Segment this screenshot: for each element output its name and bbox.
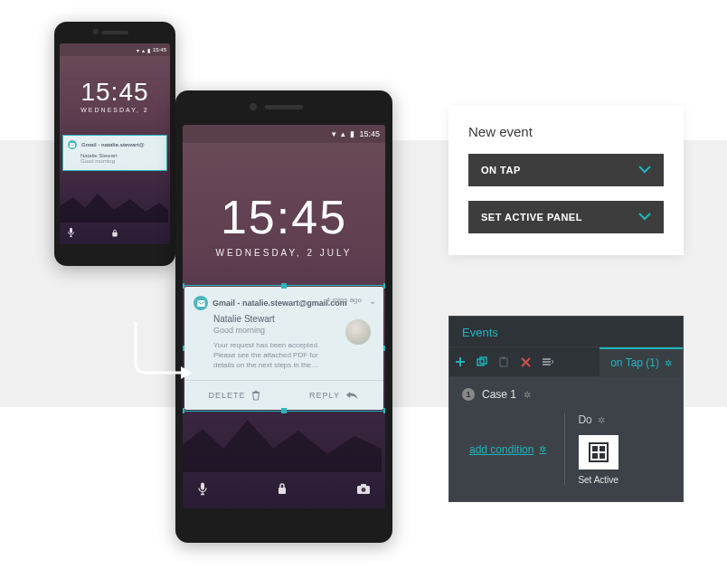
svg-rect-2 <box>112 232 117 237</box>
svg-rect-12 <box>502 357 505 360</box>
status-bar: ▾ ▴ ▮ 15:45 <box>60 43 170 56</box>
notification-card-collapsed[interactable]: Gmail - natalie.stewart@ Natalie Stewart… <box>62 135 167 171</box>
svg-rect-11 <box>500 358 507 366</box>
list-options-button[interactable] <box>536 348 558 375</box>
wifi-icon: ▴ <box>341 129 345 138</box>
trigger-label: ON TAP <box>481 165 521 175</box>
lock-icon[interactable] <box>111 225 118 242</box>
phone-speaker <box>265 105 303 109</box>
notification-actions: DELETE REPLY <box>184 380 383 410</box>
delete-button[interactable] <box>515 348 536 375</box>
events-toolbar: on Tap (1) ✲ <box>449 347 683 377</box>
gear-icon[interactable]: ✲ <box>665 358 672 368</box>
selection-handle[interactable] <box>281 408 287 413</box>
avatar <box>345 319 371 345</box>
phone-camera-dot <box>93 29 99 34</box>
delete-label: DELETE <box>208 391 245 400</box>
statusbar-time: 15:45 <box>359 129 380 138</box>
notification-time: 4 mins ago <box>326 296 362 304</box>
add-condition-link[interactable]: add condition ✲ <box>462 413 546 485</box>
delete-button[interactable]: DELETE <box>184 381 284 410</box>
lockscreen-clock: 15:45 <box>60 78 170 107</box>
mic-icon[interactable] <box>197 481 208 500</box>
chevron-down-icon[interactable]: ⌄ <box>369 296 376 306</box>
notification-card-expanded[interactable]: Gmail - natalie.stewart@gmail.com 4 mins… <box>184 287 383 410</box>
mountain-silhouette <box>60 186 168 223</box>
flow-arrow <box>127 318 199 391</box>
lockscreen-date: WEDNESDAY, 2 JULY <box>183 248 385 258</box>
phone-mockup-right: ▾ ▴ ▮ 15:45 15:45 WEDNESDAY, 2 JULY Gmai… <box>175 90 392 543</box>
notification-header: Gmail - natalie.stewart@ <box>68 140 162 149</box>
battery-icon: ▮ <box>350 129 354 138</box>
add-condition-label: add condition <box>469 443 533 456</box>
do-column: Do ✲ Set Active <box>564 413 618 485</box>
lockscreen-bottom-bar <box>60 223 170 244</box>
camera-icon[interactable] <box>356 482 371 498</box>
svg-point-8 <box>362 488 366 492</box>
gear-icon[interactable]: ✲ <box>524 390 531 400</box>
event-tab-label: on Tap (1) <box>610 356 659 369</box>
svg-rect-7 <box>361 484 366 487</box>
lockscreen-clock: 15:45 <box>183 190 385 244</box>
signal-icon: ▾ <box>137 47 139 53</box>
phone-screen: ▾ ▴ ▮ 15:45 15:45 WEDNESDAY, 2 JULY Gmai… <box>183 125 385 508</box>
signal-icon: ▾ <box>332 129 336 138</box>
reply-button[interactable]: REPLY <box>284 381 383 410</box>
statusbar-time: 15:45 <box>153 47 166 52</box>
case-label: Case 1 <box>482 388 516 401</box>
do-label: Do <box>578 413 591 426</box>
trash-icon <box>251 390 260 401</box>
panel-title: New event <box>468 124 664 139</box>
chevron-down-icon <box>638 212 651 223</box>
duplicate-button[interactable] <box>471 348 493 375</box>
case-index: 1 <box>462 388 475 401</box>
mail-icon <box>68 140 77 149</box>
action-tile[interactable] <box>579 435 618 469</box>
action-tile-label: Set Active <box>578 475 618 485</box>
case-row[interactable]: 1 Case 1 ✲ <box>462 388 670 401</box>
chevron-down-icon <box>638 165 651 175</box>
svg-rect-3 <box>197 300 204 307</box>
paste-button[interactable] <box>493 348 515 375</box>
svg-rect-5 <box>279 488 286 494</box>
events-header: Events <box>449 317 683 347</box>
svg-rect-1 <box>70 228 72 233</box>
phone-speaker <box>101 31 128 34</box>
notification-body: Your request has been accepted. Please s… <box>213 340 331 371</box>
notification-subject: Good morning <box>80 158 162 164</box>
selection-handle[interactable] <box>281 283 287 289</box>
new-event-panel: New event ON TAP SET ACTIVE PANEL <box>448 106 684 255</box>
action-label: SET ACTIVE PANEL <box>481 212 582 223</box>
gear-icon[interactable]: ✲ <box>539 444 546 454</box>
selection-handle[interactable] <box>383 283 385 289</box>
do-label-row: Do ✲ <box>578 413 618 426</box>
reply-icon <box>345 390 358 400</box>
lockscreen-bottom-bar <box>183 472 385 508</box>
selection-handle[interactable] <box>183 283 184 289</box>
selection-handle[interactable] <box>383 408 385 413</box>
svg-rect-4 <box>201 482 204 489</box>
mic-icon[interactable] <box>67 225 75 242</box>
wifi-icon: ▴ <box>142 47 145 53</box>
add-button[interactable] <box>449 348 471 375</box>
gear-icon[interactable]: ✲ <box>598 415 605 425</box>
events-panel: Events on Tap (1) ✲ 1 Case 1 ✲ add condi… <box>448 316 684 502</box>
phone-camera-dot <box>250 103 257 110</box>
lockscreen-date: WEDNESDAY, 2 <box>60 107 170 113</box>
selection-outline[interactable]: Gmail - natalie.stewart@gmail.com 4 mins… <box>183 287 385 410</box>
events-body: 1 Case 1 ✲ add condition ✲ Do ✲ Set Acti… <box>449 377 683 501</box>
action-dropdown[interactable]: SET ACTIVE PANEL <box>468 201 664 233</box>
reply-label: REPLY <box>309 391 340 400</box>
trigger-dropdown[interactable]: ON TAP <box>468 154 664 186</box>
status-bar: ▾ ▴ ▮ 15:45 <box>183 125 385 143</box>
phone-screen: ▾ ▴ ▮ 15:45 15:45 WEDNESDAY, 2 Gmail - n… <box>60 43 170 244</box>
battery-icon: ▮ <box>147 47 150 53</box>
panel-grid-icon <box>589 442 609 462</box>
event-tab[interactable]: on Tap (1) ✲ <box>600 347 683 376</box>
lock-icon[interactable] <box>277 481 288 499</box>
phone-mockup-left: ▾ ▴ ▮ 15:45 15:45 WEDNESDAY, 2 Gmail - n… <box>54 22 175 266</box>
selection-handle[interactable] <box>183 408 184 413</box>
selection-handle[interactable] <box>383 346 385 351</box>
notification-sender: Gmail - natalie.stewart@ <box>81 142 145 147</box>
svg-rect-0 <box>70 143 75 147</box>
